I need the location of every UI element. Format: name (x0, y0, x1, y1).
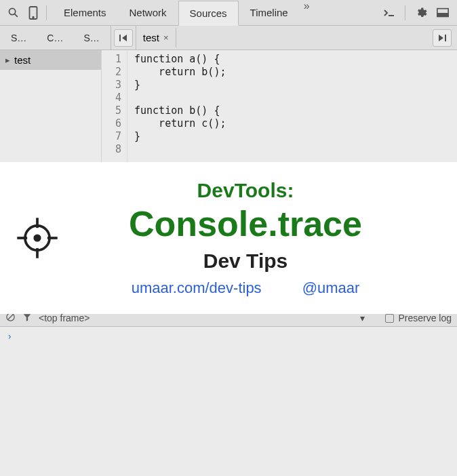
tab-network[interactable]: Network (118, 0, 178, 25)
svg-point-15 (35, 235, 39, 240)
search-icon[interactable] (7, 7, 19, 19)
toolbar-divider (405, 5, 405, 20)
svg-rect-7 (119, 35, 121, 41)
banner-links: umaar.com/dev-tips @umaar (75, 279, 416, 297)
sidebar-toggle[interactable] (433, 29, 457, 47)
file-tabs: test × (136, 26, 176, 49)
console-output[interactable]: › (0, 327, 457, 476)
tabs-overflow[interactable]: » (300, 0, 314, 25)
panel-tabs: Elements Network Sources Timeline » (52, 0, 314, 25)
sources-subtoolbar: S… C… S… test × (0, 26, 457, 50)
close-icon[interactable]: × (163, 33, 169, 43)
svg-marker-8 (122, 35, 127, 41)
nav-prev-icon[interactable] (114, 29, 133, 47)
preserve-log-label: Preserve log (398, 313, 452, 323)
file-tab-label: test (143, 32, 159, 43)
banner-text: DevTools: Console.trace Dev Tips umaar.c… (75, 179, 457, 296)
tab-sources[interactable]: Sources (178, 1, 239, 26)
toolbar-left-icons (0, 7, 46, 19)
filter-icon[interactable] (22, 313, 32, 324)
title-banner: DevTools: Console.trace Dev Tips umaar.c… (0, 162, 457, 314)
svg-marker-13 (24, 314, 31, 321)
navigator-tabs: S… C… S… (0, 28, 111, 47)
toolbar-divider (46, 5, 47, 20)
console-prompt: › (7, 331, 12, 342)
minitab-2[interactable]: S… (75, 28, 107, 47)
preserve-log-checkbox[interactable] (385, 314, 394, 323)
tab-elements[interactable]: Elements (52, 0, 118, 25)
nav-next-icon[interactable] (433, 29, 452, 47)
navigator-controls (111, 26, 136, 49)
tree-item-test[interactable]: ▸ test (0, 50, 101, 70)
settings-gear-icon[interactable] (415, 7, 427, 19)
minitab-1[interactable]: C… (39, 28, 71, 47)
target-icon (0, 215, 75, 261)
frame-selector[interactable]: <top frame> (39, 313, 90, 323)
banner-tagline: Dev Tips (75, 250, 416, 273)
svg-line-12 (8, 315, 14, 320)
svg-point-0 (9, 8, 15, 14)
device-icon[interactable] (27, 7, 39, 19)
svg-rect-6 (437, 14, 448, 17)
svg-rect-10 (445, 35, 446, 41)
banner-subtitle: DevTools: (75, 179, 416, 202)
console-toggle-icon[interactable] (383, 7, 395, 19)
banner-handle[interactable]: @umaar (302, 279, 360, 297)
toolbar-right-icons (375, 5, 457, 20)
chevron-right-icon: ▸ (5, 55, 10, 65)
svg-point-3 (33, 16, 34, 18)
minitab-0[interactable]: S… (3, 28, 35, 47)
frame-label: <top frame> (39, 313, 90, 323)
svg-marker-9 (439, 35, 443, 41)
tab-timeline[interactable]: Timeline (239, 0, 300, 25)
devtools-toolbar: Elements Network Sources Timeline » (0, 0, 457, 26)
dock-icon[interactable] (437, 7, 449, 19)
tree-item-label: test (14, 54, 31, 66)
banner-url[interactable]: umaar.com/dev-tips (132, 279, 262, 297)
file-tab-test[interactable]: test × (136, 28, 176, 47)
preserve-log-control[interactable]: Preserve log (385, 313, 452, 323)
banner-title: Console.trace (75, 205, 416, 243)
svg-line-1 (14, 14, 17, 17)
frame-dropdown-icon[interactable]: ▾ (360, 313, 365, 323)
